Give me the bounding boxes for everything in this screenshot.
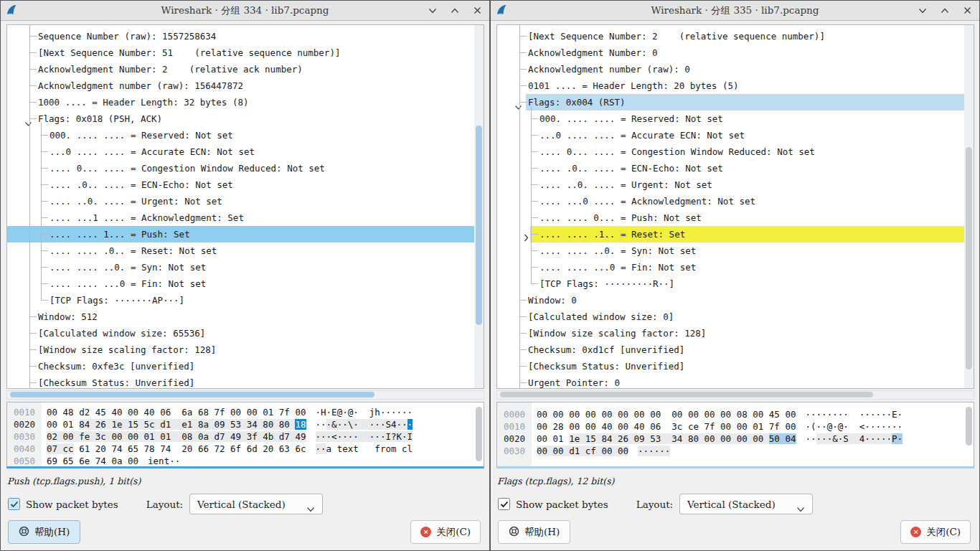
hex-row[interactable]: 000000 00 00 00 00 00 00 00 00 00 00 00 … bbox=[497, 408, 974, 420]
hex-ascii[interactable]: ient·· bbox=[148, 456, 180, 466]
packet-detail-tree[interactable]: [Next Sequence Number: 2 (relative seque… bbox=[496, 24, 974, 389]
hex-row[interactable]: 001000 48 d2 45 40 00 40 06 6a 68 7f 00 … bbox=[7, 406, 484, 418]
tree-row[interactable]: [Calculated window size: 0] bbox=[497, 309, 974, 325]
tree-row[interactable]: Urgent Pointer: 0 bbox=[497, 375, 974, 389]
layout-select[interactable]: Vertical (Stacked) bbox=[679, 494, 813, 514]
tree-row[interactable]: Acknowledgment number (raw): 0 bbox=[497, 61, 974, 77]
scrollbar-thumb[interactable] bbox=[500, 392, 873, 397]
help-button[interactable]: 帮助(H) bbox=[8, 520, 80, 544]
layout-select[interactable]: Vertical (Stacked) bbox=[189, 494, 323, 514]
tree-row[interactable]: .... .0.. .... = ECN-Echo: Not set bbox=[497, 160, 974, 176]
hex-bytes[interactable]: 00 28 00 00 40 00 40 06 3c ce 7f 00 00 0… bbox=[537, 421, 796, 432]
tree-horizontal-scrollbar[interactable] bbox=[496, 390, 974, 400]
packet-bytes-pane[interactable]: 000000 00 00 00 00 00 00 00 00 00 00 00 … bbox=[496, 402, 974, 468]
chevron-up-button[interactable] bbox=[940, 6, 950, 16]
tree-row[interactable]: Window: 512 bbox=[7, 309, 484, 325]
hex-bytes[interactable]: 02 00 fe 3c 00 00 01 01 08 0a d7 49 3f 4… bbox=[47, 431, 306, 442]
tree-row[interactable]: .... .... ..0. = Syn: Not set bbox=[497, 242, 974, 259]
hex-ascii[interactable]: ·····&·S 4·····P· bbox=[806, 433, 903, 444]
show-packet-bytes-checkbox[interactable] bbox=[8, 498, 20, 510]
tree-row[interactable]: .... .... 0... = Push: Not set bbox=[497, 209, 974, 226]
hex-bytes[interactable]: 00 00 00 00 00 00 00 00 00 00 00 00 08 0… bbox=[537, 409, 796, 420]
hex-ascii[interactable]: ······ bbox=[638, 446, 670, 456]
scrollbar-thumb[interactable] bbox=[10, 392, 374, 397]
tree-row[interactable]: .... .... .0.. = Reset: Not set bbox=[7, 242, 484, 259]
packet-bytes-pane[interactable]: 001000 48 d2 45 40 00 40 06 6a 68 7f 00 … bbox=[6, 402, 484, 468]
tree-scrollbar[interactable] bbox=[474, 25, 484, 388]
hex-ascii[interactable]: ·(··@·@· <······· bbox=[806, 421, 903, 432]
hex-row[interactable]: 003000 00 d1 cf 00 00······ bbox=[497, 445, 974, 457]
hex-bytes[interactable]: 07 cc 61 20 74 65 78 74 20 66 72 6f 6d 2… bbox=[47, 443, 306, 454]
tree-row[interactable]: Sequence Number (raw): 1557258634 bbox=[7, 28, 484, 44]
close-window-icon[interactable] bbox=[962, 6, 972, 16]
tree-guide-dash bbox=[29, 316, 37, 317]
tree-row[interactable]: .... ...0 .... = Acknowledgment: Not set bbox=[497, 193, 974, 209]
tree-row[interactable]: 000. .... .... = Reserved: Not set bbox=[7, 127, 484, 143]
tree-row[interactable]: .... ..0. .... = Urgent: Not set bbox=[497, 176, 974, 193]
tree-row[interactable]: [Calculated window size: 65536] bbox=[7, 325, 484, 342]
tree-row[interactable]: .... .... ...0 = Fin: Not set bbox=[497, 259, 974, 276]
tree-row[interactable]: Window: 0 bbox=[497, 292, 974, 309]
tree-row[interactable]: Acknowledgment Number: 0 bbox=[497, 44, 974, 61]
scrollbar-thumb[interactable] bbox=[966, 147, 972, 369]
tree-row[interactable]: .... ...1 .... = Acknowledgment: Set bbox=[7, 209, 484, 226]
chevron-down-button[interactable] bbox=[428, 6, 438, 16]
hex-bytes[interactable]: 00 48 d2 45 40 00 40 06 6a 68 7f 00 00 0… bbox=[47, 407, 306, 418]
tree-row[interactable]: ...0 .... .... = Accurate ECN: Not set bbox=[497, 127, 974, 143]
tree-row[interactable]: Acknowledgment number (raw): 156447872 bbox=[7, 77, 484, 94]
hex-ascii[interactable]: ·H·E@·@· jh······ bbox=[316, 407, 413, 418]
hex-ascii[interactable]: ···&··\· ···S4··· bbox=[316, 419, 413, 430]
tree-row[interactable]: .... .... 1... = Push: Set bbox=[7, 226, 484, 242]
tree-row[interactable]: Acknowledgment Number: 2 (relative ack n… bbox=[7, 61, 484, 77]
help-button[interactable]: 帮助(H) bbox=[498, 520, 570, 544]
tree-row[interactable]: .... .... .1.. = Reset: Set bbox=[497, 226, 974, 242]
close-window-icon[interactable] bbox=[472, 6, 482, 16]
packet-detail-tree[interactable]: Sequence Number (raw): 1557258634[Next S… bbox=[6, 24, 484, 389]
tree-row[interactable]: 0101 .... = Header Length: 20 bytes (5) bbox=[497, 77, 974, 94]
tree-row[interactable]: 000. .... .... = Reserved: Not set bbox=[497, 110, 974, 127]
tree-row[interactable]: [Window size scaling factor: 128] bbox=[7, 342, 484, 358]
hex-row[interactable]: 003002 00 fe 3c 00 00 01 01 08 0a d7 49 … bbox=[7, 430, 484, 443]
chevron-up-button[interactable] bbox=[450, 6, 460, 16]
tree-scrollbar[interactable] bbox=[964, 25, 974, 388]
tree-row[interactable]: .... .... ...0 = Fin: Not set bbox=[7, 276, 484, 292]
tree-horizontal-scrollbar[interactable] bbox=[6, 390, 484, 400]
hex-ascii[interactable]: ········ ······E· bbox=[806, 409, 903, 420]
tree-row[interactable]: 1000 .... = Header Length: 32 bytes (8) bbox=[7, 94, 484, 110]
show-packet-bytes-checkbox[interactable] bbox=[498, 498, 510, 510]
tree-row[interactable]: [TCP Flags: ·········R··] bbox=[497, 276, 974, 292]
scrollbar-thumb[interactable] bbox=[966, 407, 972, 446]
hex-bytes[interactable]: 00 01 84 26 1e 15 5c d1 e1 8a 09 53 34 8… bbox=[47, 419, 306, 430]
tree-row[interactable]: [Window size scaling factor: 128] bbox=[497, 325, 974, 342]
scrollbar-thumb[interactable] bbox=[476, 407, 482, 461]
close-dialog-button[interactable]: ✕ 关闭(C) bbox=[900, 520, 971, 544]
tree-row[interactable]: [Next Sequence Number: 51 (relative sequ… bbox=[7, 44, 484, 61]
hex-row[interactable]: 005069 65 6e 74 0a 00ient·· bbox=[7, 455, 484, 467]
tree-row[interactable]: .... ..0. .... = Urgent: Not set bbox=[7, 193, 484, 209]
hex-bytes[interactable]: 69 65 6e 74 0a 00 bbox=[47, 456, 138, 466]
tree-row[interactable]: [Next Sequence Number: 2 (relative seque… bbox=[497, 28, 974, 44]
scrollbar-thumb[interactable] bbox=[476, 126, 482, 325]
hex-row[interactable]: 004007 cc 61 20 74 65 78 74 20 66 72 6f … bbox=[7, 443, 484, 455]
tree-row[interactable]: .... 0... .... = Congestion Window Reduc… bbox=[497, 143, 974, 160]
chevron-down-button[interactable] bbox=[918, 6, 928, 16]
tree-row[interactable]: ...0 .... .... = Accurate ECN: Not set bbox=[7, 143, 484, 160]
tree-row[interactable]: .... 0... .... = Congestion Window Reduc… bbox=[7, 160, 484, 176]
tree-row[interactable]: Checksum: 0xfe3c [unverified] bbox=[7, 358, 484, 375]
tree-row[interactable]: [Checksum Status: Unverified] bbox=[7, 375, 484, 389]
tree-row[interactable]: Checksum: 0xd1cf [unverified] bbox=[497, 342, 974, 358]
tree-row[interactable]: Flags: 0x018 (PSH, ACK) bbox=[7, 110, 484, 127]
tree-row[interactable]: .... .... ..0. = Syn: Not set bbox=[7, 259, 484, 276]
hex-row[interactable]: 002000 01 84 26 1e 15 5c d1 e1 8a 09 53 … bbox=[7, 418, 484, 430]
hex-bytes[interactable]: 00 00 d1 cf 00 00 bbox=[537, 446, 628, 456]
tree-row[interactable]: .... .0.. .... = ECN-Echo: Not set bbox=[7, 176, 484, 193]
hex-bytes[interactable]: 00 01 1e 15 84 26 09 53 34 80 00 00 00 0… bbox=[537, 433, 796, 444]
hex-ascii[interactable]: ···<···· ···I?K·I bbox=[316, 431, 413, 442]
tree-row[interactable]: [Checksum Status: Unverified] bbox=[497, 358, 974, 375]
hex-row[interactable]: 002000 01 1e 15 84 26 09 53 34 80 00 00 … bbox=[497, 433, 974, 445]
hex-ascii[interactable]: ··a text from cl bbox=[316, 443, 413, 454]
tree-row[interactable]: Flags: 0x004 (RST) bbox=[497, 94, 974, 110]
close-dialog-button[interactable]: ✕ 关闭(C) bbox=[410, 520, 481, 544]
tree-row[interactable]: [TCP Flags: ·······AP···] bbox=[7, 292, 484, 309]
hex-row[interactable]: 001000 28 00 00 40 00 40 06 3c ce 7f 00 … bbox=[497, 420, 974, 433]
